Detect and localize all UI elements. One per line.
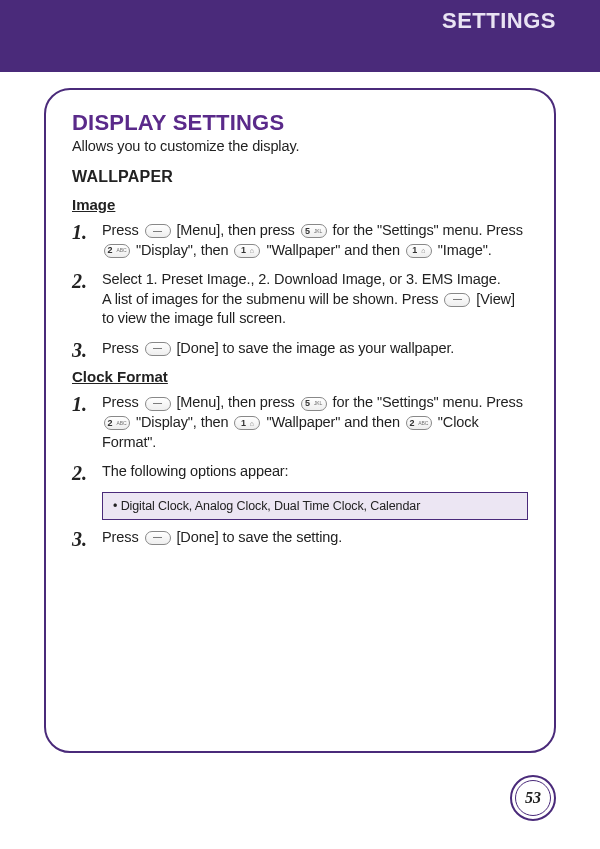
clock-subheading: Clock Format (72, 368, 528, 385)
step-text: [Menu], then press (176, 222, 298, 238)
step-text: Select 1. Preset Image., 2. Download Ima… (102, 271, 501, 287)
page-number-badge: 53 (510, 775, 556, 821)
options-box: • Digital Clock, Analog Clock, Dual Time… (102, 492, 528, 520)
step-number: 1. (72, 219, 87, 246)
step-text: [Done] to save the image as your wallpap… (176, 340, 454, 356)
step-text: Press (102, 529, 143, 545)
step-number: 1. (72, 391, 87, 418)
step-number: 3. (72, 526, 87, 553)
key-1-icon (406, 244, 432, 258)
content-panel: DISPLAY SETTINGS Allows you to customize… (44, 88, 556, 753)
section-title: DISPLAY SETTINGS (72, 110, 528, 136)
clock-steps-cont: 3. Press [Done] to save the setting. (72, 528, 528, 548)
step-text: The following options appear: (102, 463, 289, 479)
step: 2. Select 1. Preset Image., 2. Download … (72, 270, 528, 329)
key-2-icon (104, 416, 130, 430)
step-text: "Image". (438, 242, 492, 258)
step: 1. Press [Menu], then press for the "Set… (72, 393, 528, 452)
page-title: SETTINGS (442, 8, 556, 34)
image-steps: 1. Press [Menu], then press for the "Set… (72, 221, 528, 358)
softkey-icon (145, 342, 171, 356)
step-number: 3. (72, 337, 87, 364)
key-5-icon (301, 224, 327, 238)
key-2-icon (104, 244, 130, 258)
step-text: "Wallpaper" and then (266, 242, 403, 258)
step-text: for the "Settings" menu. Press (333, 394, 523, 410)
page: SETTINGS DISPLAY SETTINGS Allows you to … (0, 0, 600, 849)
step-text: "Wallpaper" and then (266, 414, 403, 430)
step: 3. Press [Done] to save the setting. (72, 528, 528, 548)
section-subtitle: Allows you to customize the display. (72, 138, 528, 154)
key-1-icon (234, 244, 260, 258)
step-number: 2. (72, 460, 87, 487)
step-text: Press (102, 340, 143, 356)
step: 2. The following options appear: (72, 462, 528, 482)
step-text: [Done] to save the setting. (176, 529, 342, 545)
wallpaper-heading: WALLPAPER (72, 168, 528, 186)
softkey-icon (145, 397, 171, 411)
image-subheading: Image (72, 196, 528, 213)
step-text: "Display", then (136, 242, 233, 258)
step-text: Press (102, 394, 143, 410)
softkey-icon (145, 224, 171, 238)
page-number: 53 (515, 780, 551, 816)
step-number: 2. (72, 268, 87, 295)
header-bar: SETTINGS (0, 0, 600, 72)
step: 1. Press [Menu], then press for the "Set… (72, 221, 528, 260)
step: 3. Press [Done] to save the image as you… (72, 339, 528, 359)
step-text: A list of images for the submenu will be… (102, 291, 442, 307)
step-text: "Display", then (136, 414, 233, 430)
key-5-icon (301, 397, 327, 411)
clock-steps: 1. Press [Menu], then press for the "Set… (72, 393, 528, 481)
key-1-icon (234, 416, 260, 430)
softkey-icon (145, 531, 171, 545)
step-text: Press (102, 222, 143, 238)
softkey-icon (444, 293, 470, 307)
step-text: [Menu], then press (176, 394, 298, 410)
key-2-icon (406, 416, 432, 430)
step-text: for the "Settings" menu. Press (333, 222, 523, 238)
